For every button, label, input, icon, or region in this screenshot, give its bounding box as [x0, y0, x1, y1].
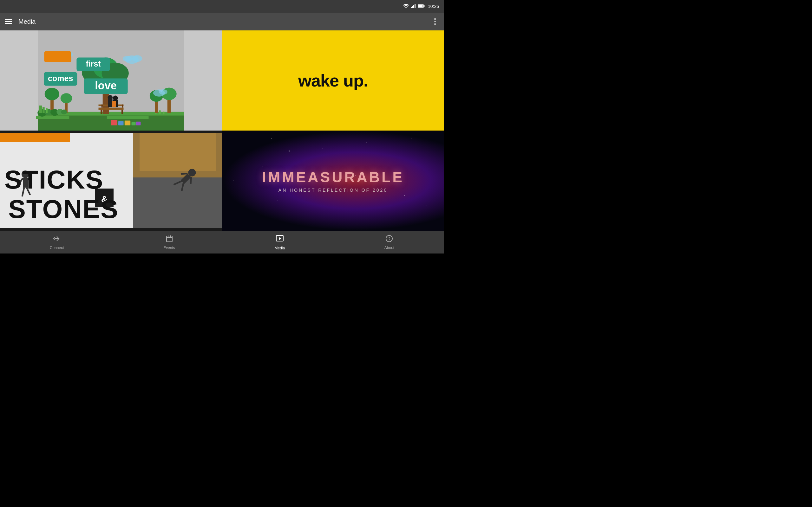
svg-rect-46	[99, 108, 124, 110]
svg-rect-17	[159, 110, 160, 114]
svg-rect-77	[0, 133, 70, 142]
svg-rect-5	[418, 5, 422, 7]
svg-point-42	[61, 110, 67, 115]
svg-point-33	[61, 93, 72, 103]
app-bar-title: Media	[18, 18, 431, 25]
menu-button[interactable]	[5, 19, 12, 24]
wake-up-title: wake up.	[298, 71, 368, 90]
svg-text:STONES: STONES	[8, 194, 119, 223]
battery-icon	[418, 4, 425, 9]
svg-text:love: love	[95, 79, 116, 92]
svg-rect-1	[412, 6, 413, 8]
svg-rect-76	[140, 133, 216, 171]
events-label: Events	[163, 245, 175, 250]
svg-point-64	[159, 89, 167, 95]
svg-rect-56	[112, 101, 116, 107]
nav-item-about[interactable]: About	[378, 232, 401, 252]
about-label: About	[385, 245, 394, 250]
wifi-icon	[403, 4, 409, 9]
content-grid: first comes love wake up.	[0, 31, 444, 231]
svg-rect-43	[39, 106, 42, 113]
nav-item-events[interactable]: Events	[157, 232, 182, 252]
immeasurable-subtitle: AN HONEST REFLECTION OF 2020	[262, 187, 404, 193]
nav-item-media[interactable]: Media	[268, 232, 291, 253]
app-bar: Media ⋮	[0, 13, 444, 31]
svg-rect-47	[101, 110, 102, 114]
svg-point-62	[123, 56, 132, 61]
svg-rect-2	[413, 5, 414, 8]
connect-label: Connect	[50, 245, 64, 250]
immeasurable-content: IMMEASURABLE AN HONEST REFLECTION OF 202…	[262, 169, 404, 193]
svg-text:first: first	[86, 59, 101, 68]
svg-rect-3	[415, 4, 415, 8]
svg-point-31	[45, 88, 59, 101]
svg-text:comes: comes	[48, 74, 73, 83]
svg-rect-23	[136, 122, 141, 125]
immeasurable-title: IMMEASURABLE	[262, 169, 404, 186]
connect-icon	[53, 235, 61, 244]
svg-rect-0	[411, 7, 412, 8]
svg-rect-48	[121, 110, 123, 114]
status-bar: 10:26	[0, 0, 444, 13]
about-icon	[386, 235, 393, 244]
svg-point-55	[113, 95, 118, 101]
svg-text:STICKS: STICKS	[4, 165, 104, 194]
status-time: 10:26	[428, 4, 439, 9]
media-item-immeasurable[interactable]: IMMEASURABLE AN HONEST REFLECTION OF 202…	[222, 130, 444, 231]
media-item-wake-up[interactable]: wake up.	[222, 31, 444, 130]
media-icon	[275, 234, 284, 245]
svg-rect-45	[46, 108, 48, 113]
svg-rect-50	[101, 105, 103, 108]
media-item-sticks-stones[interactable]: STICKS & STONES	[0, 130, 222, 231]
svg-marker-99	[279, 237, 281, 240]
svg-rect-19	[111, 120, 117, 125]
svg-point-61	[132, 55, 142, 62]
nav-item-connect[interactable]: Connect	[44, 232, 70, 252]
svg-rect-51	[122, 105, 123, 108]
svg-rect-22	[132, 122, 136, 125]
svg-rect-12	[107, 116, 149, 119]
svg-rect-18	[163, 112, 165, 114]
svg-rect-65	[44, 51, 71, 62]
svg-rect-21	[125, 120, 131, 125]
events-icon	[165, 235, 173, 244]
svg-rect-52	[108, 99, 112, 107]
svg-point-53	[107, 95, 113, 100]
svg-rect-6	[423, 5, 424, 7]
bottom-nav: Connect Events Media	[0, 231, 444, 253]
media-item-first-comes-love[interactable]: first comes love	[0, 31, 222, 130]
signal-icon	[411, 4, 416, 9]
more-options-button[interactable]: ⋮	[431, 17, 439, 26]
svg-rect-94	[166, 236, 172, 242]
media-label: Media	[274, 246, 285, 250]
svg-rect-44	[43, 107, 45, 113]
svg-rect-20	[118, 121, 123, 125]
